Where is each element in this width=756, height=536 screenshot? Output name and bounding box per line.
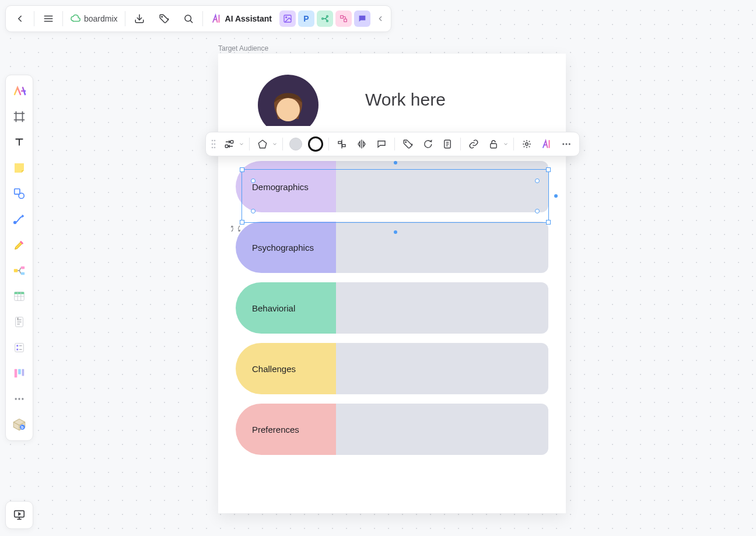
- ai-mind-button[interactable]: [317, 10, 333, 27]
- branch-icon: [320, 14, 330, 23]
- logo-icon: [12, 84, 26, 98]
- fill-color-button[interactable]: [286, 135, 305, 153]
- lock-button[interactable]: [484, 135, 503, 153]
- ai-assistant-button[interactable]: AI Assistant: [205, 7, 278, 30]
- left-tool-palette: T b: [5, 75, 33, 441]
- collapse-ai-panel-button[interactable]: [372, 7, 388, 30]
- menu-button[interactable]: [37, 7, 60, 30]
- segment-body[interactable]: [329, 161, 548, 212]
- chat-icon: [358, 14, 367, 23]
- segment-body[interactable]: [329, 222, 548, 273]
- shape-type-button[interactable]: [253, 135, 272, 153]
- segments-list: DemographicsPsychographicsBehaviorialCha…: [236, 161, 548, 455]
- brand-button[interactable]: boardmix: [65, 7, 123, 30]
- border-color-button[interactable]: [306, 135, 325, 153]
- chat-outline-icon: [422, 139, 433, 149]
- shape-tool[interactable]: [8, 181, 31, 206]
- avatar-illustration: [257, 73, 320, 126]
- frame-tool[interactable]: [8, 104, 31, 129]
- segment-label[interactable]: Behaviorial: [236, 282, 336, 334]
- connector-tool[interactable]: [8, 207, 31, 232]
- list-tool[interactable]: [8, 335, 31, 360]
- frame-title[interactable]: Target Audience: [218, 44, 268, 52]
- hamburger-icon: [43, 13, 54, 24]
- segment-body[interactable]: [329, 404, 548, 455]
- search-button[interactable]: [177, 7, 200, 30]
- segment-label[interactable]: Preferences: [236, 404, 336, 455]
- flip-icon: [356, 139, 367, 149]
- toolbar-separator: [394, 138, 395, 150]
- toolbar-separator: [202, 11, 203, 26]
- templates-button[interactable]: b: [8, 412, 31, 437]
- note-button[interactable]: [438, 135, 457, 153]
- swap-shape-button[interactable]: [220, 135, 239, 153]
- ai-flow-button[interactable]: [335, 10, 352, 27]
- svg-point-9: [322, 18, 324, 20]
- border-swatch: [308, 136, 323, 152]
- dropdown-caret[interactable]: [502, 141, 510, 147]
- flip-button[interactable]: [352, 135, 371, 153]
- svg-point-57: [212, 147, 214, 149]
- segment-row[interactable]: Psychographics: [236, 222, 548, 273]
- doc-tool[interactable]: T: [8, 310, 31, 334]
- shapes-icon: [13, 187, 26, 200]
- brand-label: boardmix: [84, 14, 118, 23]
- segment-body[interactable]: [329, 343, 548, 394]
- segment-row[interactable]: Challenges: [236, 343, 548, 394]
- mindmap-tool[interactable]: [8, 258, 31, 283]
- select-tool[interactable]: [8, 79, 31, 103]
- more-context-button[interactable]: [557, 135, 576, 153]
- box-icon: b: [12, 417, 27, 432]
- toolbar-separator: [62, 11, 63, 26]
- align-button[interactable]: [332, 135, 351, 153]
- chevron-left-icon: [15, 13, 25, 24]
- tag-button[interactable]: [398, 135, 417, 153]
- svg-rect-21: [14, 269, 18, 272]
- ai-chat-button[interactable]: [354, 10, 370, 27]
- kanban-tool[interactable]: [8, 361, 31, 386]
- pen-tool[interactable]: [8, 233, 31, 257]
- tag-button[interactable]: [152, 7, 176, 30]
- ai-logo-icon: [211, 13, 222, 24]
- text-tool[interactable]: [8, 130, 31, 155]
- segment-row[interactable]: Demographics: [236, 161, 548, 212]
- segment-row[interactable]: Preferences: [236, 404, 548, 455]
- table-tool[interactable]: [8, 284, 31, 309]
- link-button[interactable]: [464, 135, 483, 153]
- ai-assistant-label: AI Assistant: [225, 14, 272, 23]
- download-button[interactable]: [128, 7, 151, 30]
- align-icon: [337, 139, 347, 149]
- back-button[interactable]: [8, 7, 32, 30]
- svg-rect-39: [15, 369, 18, 378]
- dropdown-caret[interactable]: [237, 141, 246, 147]
- mindmap-icon: [13, 264, 26, 277]
- ai-ppt-button[interactable]: P: [298, 10, 314, 27]
- svg-point-20: [14, 222, 16, 224]
- svg-text:b: b: [21, 425, 23, 429]
- svg-point-56: [214, 143, 216, 145]
- ai-image-button[interactable]: [279, 10, 296, 27]
- drag-handle[interactable]: [209, 139, 218, 149]
- sticky-note-tool[interactable]: [8, 156, 31, 180]
- segment-label[interactable]: Psychographics: [236, 222, 336, 273]
- ai-context-button[interactable]: [537, 135, 556, 153]
- search-icon: [183, 13, 194, 24]
- dropdown-caret[interactable]: [271, 141, 279, 147]
- avatar[interactable]: [257, 73, 320, 126]
- chat-button[interactable]: [418, 135, 437, 153]
- svg-point-75: [569, 143, 570, 145]
- frame-target-audience[interactable]: Work here DemographicsPsychographicsBeha…: [218, 54, 566, 513]
- hero-title[interactable]: Work here: [365, 90, 446, 110]
- focus-button[interactable]: [517, 135, 536, 153]
- toolbar-separator: [34, 11, 34, 26]
- svg-point-53: [212, 140, 214, 142]
- drag-dots-icon: [211, 139, 216, 149]
- target-icon: [522, 139, 532, 149]
- segment-row[interactable]: Behaviorial: [236, 282, 548, 334]
- more-tools[interactable]: [8, 387, 31, 411]
- presentation-button[interactable]: [5, 501, 33, 529]
- segment-label[interactable]: Demographics: [236, 161, 336, 212]
- comment-button[interactable]: [372, 135, 391, 153]
- segment-body[interactable]: [329, 282, 548, 334]
- segment-label[interactable]: Challenges: [236, 343, 336, 394]
